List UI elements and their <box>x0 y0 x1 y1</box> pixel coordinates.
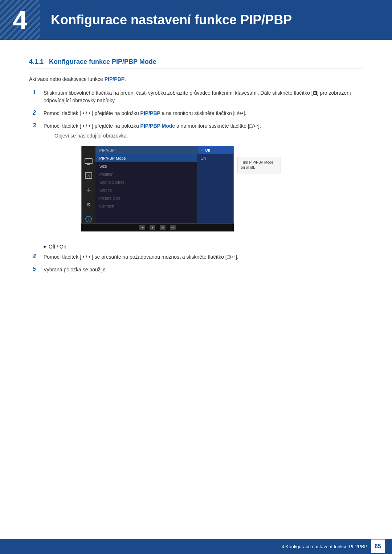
step-4: 4 Pomocí tlačítek [ • / • ] se přesuňte … <box>33 253 363 261</box>
footer-chapter-text: 4 Konfigurace nastavení funkce PIP/PBP <box>282 544 367 549</box>
appear-text: Objeví se následující obrazovka. <box>54 133 261 139</box>
menu-panel: PIP/PBP PIP/PBP Mode Size Position Sound… <box>95 146 197 223</box>
gear-icon: ⚙ <box>83 201 94 209</box>
footer-page-number: 65 <box>371 539 385 553</box>
close-icon <box>83 172 94 180</box>
step-2-text: Pomocí tlačítek [ • / • ] přejděte na po… <box>44 110 246 117</box>
step-1-number: 1 <box>33 89 44 96</box>
tooltip-box: Turn PIP/PBP Mode on or off. <box>237 157 281 173</box>
step-3-text: Pomocí tlačítek [ • / • ] přejděte na po… <box>44 123 261 129</box>
nav-down-btn[interactable]: ▼ <box>150 225 155 230</box>
section-title: Konfigurace funkce PIP/PBP Mode <box>49 58 156 65</box>
icons-panel: ✛ ⚙ i <box>82 146 95 223</box>
chapter-number: 4 <box>13 5 27 35</box>
step-5-text: Vybraná položka se použije. <box>44 266 107 274</box>
menu-item-pip-pbp-mode[interactable]: PIP/PBP Mode <box>95 154 197 162</box>
section-number: 4.1.1 <box>29 58 44 65</box>
option-off[interactable]: ✓ Off <box>197 146 233 154</box>
menu-item-source: Source <box>95 186 197 194</box>
bullet-label: Off / On <box>49 244 66 250</box>
menu-item-contrast: Contrast <box>95 202 197 210</box>
step-1: 1 Stisknutím libovolného tlačítka na pře… <box>33 89 363 104</box>
steps-list: 1 Stisknutím libovolného tlačítka na pře… <box>33 89 363 239</box>
menu-item-picture-size: Picture Size <box>95 194 197 202</box>
menu-item-sound-source: Sound Source <box>95 178 197 186</box>
steps-continued: 4 Pomocí tlačítek [ • / • ] se přesuňte … <box>33 253 363 274</box>
screenshot-container: ✛ ⚙ i PIP/PBP <box>54 146 261 231</box>
step-1-text: Stisknutím libovolného tlačítka na předn… <box>44 89 363 104</box>
info-icon: i <box>83 215 94 223</box>
page-header: 4 Konfigurace nastavení funkce PIP/PBP <box>0 0 392 40</box>
step-5: 5 Vybraná položka se použije. <box>33 266 363 274</box>
bullet-off-on: Off / On <box>44 244 363 250</box>
intro-paragraph: Aktivace nebo deaktivace funkce PIP/PBP. <box>29 76 363 82</box>
nav-left-btn[interactable]: ◄ <box>139 225 145 230</box>
menu-item-size[interactable]: Size <box>95 162 197 170</box>
intro-text-before: Aktivace nebo deaktivace funkce <box>29 76 105 82</box>
chapter-title: Konfigurace nastavení funkce PIP/PBP <box>51 12 292 28</box>
menu-header: PIP/PBP <box>95 146 197 154</box>
bullet-dot <box>44 246 46 248</box>
move-icon: ✛ <box>83 186 94 194</box>
nav-back-btn[interactable]: ↩ <box>170 225 176 230</box>
step-4-text: Pomocí tlačítek [ • / • ] se přesuňte na… <box>44 253 238 261</box>
options-panel: ✓ Off On <box>197 146 233 223</box>
step-3-number: 3 <box>33 122 44 129</box>
step-2-number: 2 <box>33 110 44 116</box>
section-heading: 4.1.1 Konfigurace funkce PIP/PBP Mode <box>29 58 363 69</box>
monitor-icon <box>83 157 94 165</box>
intro-text-after: . <box>124 76 126 82</box>
chapter-number-box: 4 <box>0 0 40 40</box>
step-2: 2 Pomocí tlačítek [ • / • ] přejděte na … <box>33 110 363 117</box>
step-4-number: 4 <box>33 253 44 260</box>
menu-item-position: Position <box>95 170 197 178</box>
bullet-list: Off / On <box>44 244 363 250</box>
screenshot-box: ✛ ⚙ i PIP/PBP <box>81 146 234 223</box>
step-5-number: 5 <box>33 266 44 272</box>
step-3: 3 Pomocí tlačítek [ • / • ] přejděte na … <box>33 122 363 239</box>
nav-confirm-btn[interactable]: A <box>160 225 166 230</box>
option-on[interactable]: On <box>197 154 233 162</box>
tooltip-text: Turn PIP/PBP Mode on or off. <box>241 160 273 169</box>
intro-bold: PIP/PBP <box>105 76 124 82</box>
page-content: 4.1.1 Konfigurace funkce PIP/PBP Mode Ak… <box>0 40 392 308</box>
page-footer: 4 Konfigurace nastavení funkce PIP/PBP 6… <box>0 539 392 554</box>
bottom-nav-bar: ◄ ▼ A ↩ <box>81 223 234 231</box>
